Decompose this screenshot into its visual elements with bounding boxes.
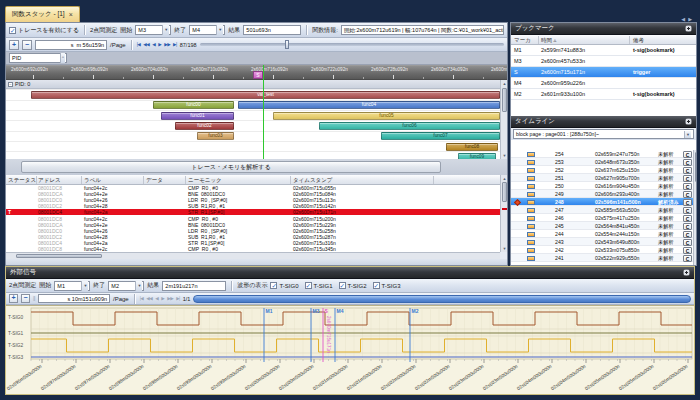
stack-chart[interactable]: − PID: 0 val_testfunc00func04func01func0…	[6, 80, 500, 159]
scrollbar-thumb[interactable]	[502, 182, 507, 202]
measure-start-combo[interactable]: M3 ▼	[135, 25, 171, 35]
trace-col-header[interactable]: データ	[146, 177, 163, 184]
chart-vertical-scrollbar[interactable]: ▲ ▼	[500, 80, 508, 159]
analyze-block-button[interactable]: C	[683, 223, 692, 230]
timeline-row[interactable]: 24102s522m929u550n未解析C	[511, 254, 693, 262]
analyze-block-button[interactable]: C	[683, 247, 692, 254]
analyze-trace-button[interactable]: トレース・メモリを解析する	[21, 161, 441, 173]
timeline-row[interactable]: 25102s627m905u700n未解析C	[511, 174, 693, 182]
trace-col-header[interactable]: アドレス	[38, 177, 61, 184]
analyze-block-button[interactable]: C	[683, 207, 692, 214]
zoom-in-button[interactable]: +	[9, 40, 19, 50]
bookmark-col-header[interactable]: 備考	[633, 37, 644, 44]
stack-bar[interactable]: func01	[161, 112, 234, 120]
trace-col-header[interactable]: ニーモニック	[188, 177, 222, 184]
analyze-block-button[interactable]: C	[683, 151, 692, 158]
timeline-row[interactable]: 25402s659m247u750n未解析C	[511, 150, 693, 158]
nav-first-button[interactable]: |◀	[140, 296, 144, 301]
nav-fast-forward-button[interactable]: ▶▶	[167, 296, 173, 301]
timeline-row[interactable]: 24702s585m563u500n未解析C	[511, 206, 693, 214]
analyze-block-button[interactable]: C	[683, 199, 692, 206]
stack-bar[interactable]: func04	[238, 101, 500, 109]
analyze-block-button[interactable]: C	[683, 159, 692, 166]
analyze-block-button[interactable]: C	[683, 191, 692, 198]
trigger-flag[interactable]: S	[253, 71, 263, 79]
bookmark-row[interactable]: M22s601m933u100nt-sig(bookmark)	[511, 89, 696, 100]
collapse-minus-icon[interactable]: −	[8, 82, 13, 87]
timeline-row[interactable]: 24402s554m244u150n未解析C	[511, 230, 693, 238]
zoom-out-button[interactable]: −	[21, 294, 30, 303]
analyze-block-button[interactable]: C	[683, 231, 692, 238]
analyze-block-button[interactable]: C	[683, 239, 692, 246]
stack-bar[interactable]: func06	[319, 122, 500, 130]
timeline-row[interactable]: 25202s637m625u150n未解析C	[511, 166, 693, 174]
stack-bar[interactable]: func02	[175, 122, 234, 130]
bookmark-row[interactable]: S2s600m715u171ntrigger	[511, 67, 696, 78]
tab-close-icon[interactable]: ×	[69, 11, 73, 18]
measure-end-combo[interactable]: M4 ▼	[189, 25, 225, 35]
nav-back-button[interactable]: ◀	[152, 42, 155, 47]
analyze-block-button[interactable]: C	[683, 175, 692, 182]
page-slider-thumb[interactable]	[285, 40, 289, 49]
page-slider[interactable]	[193, 295, 691, 303]
analyze-block-button[interactable]: C	[683, 255, 692, 262]
zoom-in-button[interactable]: +	[9, 294, 18, 303]
nav-fast-back-button[interactable]: ◀◀	[146, 296, 152, 301]
timeline-scrollbar[interactable]	[693, 150, 697, 265]
scale-field[interactable]: s m 56u159n	[35, 40, 107, 50]
measure-start-combo[interactable]: M1 ▼	[54, 281, 90, 291]
nav-fast-back-button[interactable]: ◀◀	[143, 42, 149, 47]
measure-end-combo[interactable]: M2 ▼	[108, 281, 144, 291]
signal-checkbox-t-sig1[interactable]: ✓T-SIG1	[305, 282, 333, 289]
trace-col-header[interactable]: ステータス	[8, 177, 36, 184]
timeline-row[interactable]: 25302s648m673u350n未解析C	[511, 158, 693, 166]
pid-group-header[interactable]: − PID: 0	[6, 80, 500, 89]
nav-forward-button[interactable]: ▶	[158, 42, 161, 47]
bookmark-row[interactable]: M32s600m457u533n	[511, 56, 696, 67]
signal-checkbox-t-sig0[interactable]: ✓T-SIG0	[270, 282, 298, 289]
nav-last-button[interactable]: ▶|	[173, 42, 177, 47]
signal-checkbox-t-sig3[interactable]: ✓T-SIG3	[373, 282, 401, 289]
analyze-block-button[interactable]: C	[683, 167, 692, 174]
grid-mode-button[interactable]: |||	[33, 296, 35, 301]
bookmark-row[interactable]: M12s599m741u883nt-sig(bookmark)	[511, 45, 696, 56]
timeline-row[interactable]: 24202s533m075u850n未解析C	[511, 246, 693, 254]
stack-bar[interactable]: func07	[381, 132, 500, 140]
timeline-row[interactable]: 24602s575m417u250n未解析C	[511, 214, 693, 222]
timeline-row[interactable]: 24502s564m841u450n未解析C	[511, 222, 693, 230]
stack-bar[interactable]: func08	[446, 143, 498, 151]
nav-first-button[interactable]: |◀	[137, 42, 141, 47]
bookmark-row[interactable]: M42s600m959u226n	[511, 78, 696, 89]
page-slider[interactable]	[200, 43, 504, 46]
stack-bar[interactable]: func05	[273, 112, 500, 120]
gear-icon[interactable]	[685, 25, 692, 32]
stack-bar[interactable]: val_test	[31, 91, 500, 99]
bookmark-col-header[interactable]: マーカ	[514, 37, 531, 44]
pid-combo[interactable]: PID ^	[9, 53, 67, 63]
scrollbar-thumb[interactable]	[695, 152, 697, 182]
trace-col-header[interactable]: ラベル	[84, 177, 101, 184]
bookmark-col-header[interactable]: 時間 ▵	[541, 37, 556, 44]
timeline-row[interactable]: 24302s543m649u800n未解析C	[511, 238, 693, 246]
block-page-combo[interactable]: block page : page001 : [288u750n]~ ▼	[513, 129, 694, 139]
stack-bar[interactable]: func03	[197, 132, 234, 140]
timeline-row[interactable]: 24902s606m293u400n未解析C	[511, 190, 693, 198]
analyze-block-button[interactable]: C	[683, 183, 692, 190]
nav-back-button[interactable]: ◀	[155, 296, 158, 301]
nav-forward-button[interactable]: ▶	[161, 296, 164, 301]
timeline-row[interactable]: 24802s596m141u500n解析済みC	[511, 198, 693, 206]
trace-horizontal-scrollbar[interactable]	[6, 252, 500, 259]
measure-result-field[interactable]: 501u693n	[243, 25, 301, 35]
analyze-block-button[interactable]: C	[683, 215, 692, 222]
measure-result-field[interactable]: 2m191u217n	[162, 281, 226, 291]
signal-checkbox-t-sig2[interactable]: ✓T-SIG2	[339, 282, 367, 289]
gear-icon[interactable]	[685, 118, 692, 125]
trace-vertical-scrollbar[interactable]: ▲ ▼	[500, 175, 508, 252]
timeline-row[interactable]: 25002s616m904u450n未解析C	[511, 182, 693, 190]
bookmark-panel-header[interactable]: ブックマーク	[511, 23, 696, 35]
timeline-panel-header[interactable]: タイムライン	[511, 116, 696, 128]
trace-enable-checkbox[interactable]: ✓ トレースを有効にする	[9, 26, 79, 35]
scrollbar-thumb[interactable]	[16, 254, 102, 258]
scrollbar-thumb[interactable]	[502, 88, 507, 112]
stack-bar[interactable]: func00	[153, 101, 234, 109]
